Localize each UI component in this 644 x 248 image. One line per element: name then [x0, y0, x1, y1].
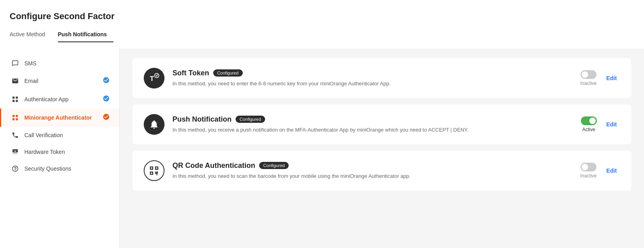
push-notification-desc: In this method, you receive a push notif…	[172, 126, 571, 134]
header: Configure Second Factor Active Method Pu…	[0, 0, 644, 42]
sidebar-item-miniorange-authenticator[interactable]: Miniorange Authenticator	[0, 108, 119, 127]
qr-code-toggle-container: Inactive	[580, 163, 596, 179]
content-area: SMS Email Authenticator App	[0, 49, 644, 248]
sidebar-item-email[interactable]: Email	[0, 72, 119, 90]
page-container: Configure Second Factor Active Method Pu…	[0, 0, 644, 248]
soft-token-desc: In this method, you need to enter the 6-…	[172, 80, 571, 88]
push-notification-status-label: Active	[582, 127, 595, 132]
soft-token-toggle-container: Inactive	[580, 70, 596, 86]
sidebar-label-authenticator-app: Authenticator App	[24, 96, 69, 102]
sidebar-item-authenticator-app[interactable]: Authenticator App	[0, 90, 119, 108]
soft-token-toggle[interactable]	[581, 70, 596, 79]
sidebar: SMS Email Authenticator App	[0, 49, 120, 248]
qr-code-badge: Configured	[259, 162, 289, 169]
sidebar-label-call-verification: Call Verification	[24, 132, 63, 138]
push-notification-toggle[interactable]	[581, 116, 597, 125]
qr-code-name: QR Code Authentication	[172, 161, 255, 170]
push-notification-card: Push Notification Configured In this met…	[133, 104, 631, 144]
soft-token-status-label: Inactive	[580, 81, 596, 86]
push-notification-icon	[144, 114, 164, 135]
qr-code-status-label: Inactive	[580, 173, 596, 179]
qr-code-edit-button[interactable]: Edit	[603, 167, 620, 174]
authenticator-app-check-icon	[103, 95, 110, 104]
qr-code-slider	[581, 163, 596, 171]
tabs-container: Active Method Push Notifications	[10, 29, 634, 42]
soft-token-card: T Soft Token Configured In this method, …	[133, 58, 631, 98]
soft-token-info: Soft Token Configured In this method, yo…	[172, 69, 571, 88]
hardware-icon	[11, 148, 20, 155]
sidebar-item-security-questions[interactable]: Security Questions	[0, 160, 119, 177]
sidebar-label-hardware-token: Hardware Token	[24, 149, 65, 155]
soft-token-edit-button[interactable]: Edit	[603, 75, 620, 81]
sidebar-label-miniorange-authenticator: Miniorange Authenticator	[24, 114, 92, 121]
main-content: T Soft Token Configured In this method, …	[120, 49, 644, 248]
sidebar-item-sms[interactable]: SMS	[0, 55, 119, 72]
sidebar-label-sms: SMS	[24, 60, 36, 67]
soft-token-name: Soft Token	[172, 69, 209, 77]
miniorange-check-icon	[103, 113, 110, 122]
chat-icon	[11, 60, 20, 67]
email-check-icon	[103, 77, 110, 85]
page-title: Configure Second Factor	[10, 11, 634, 22]
push-notification-title-row: Push Notification Configured	[172, 115, 571, 124]
qr-code-card: QR Code Authentication Configured In thi…	[133, 151, 631, 191]
push-notification-info: Push Notification Configured In this met…	[172, 115, 571, 134]
push-notification-name: Push Notification	[172, 115, 232, 124]
phone-icon	[11, 132, 20, 139]
soft-token-badge: Configured	[213, 69, 243, 77]
tab-active-method[interactable]: Active Method	[10, 29, 52, 42]
qr-code-controls: Inactive Edit	[580, 163, 620, 179]
push-notification-controls: Active Edit	[581, 116, 620, 132]
grid-orange-icon	[11, 114, 20, 121]
push-notification-toggle-container: Active	[581, 116, 597, 132]
sidebar-label-security-questions: Security Questions	[24, 165, 71, 172]
soft-token-title-row: Soft Token Configured	[172, 69, 571, 77]
tab-push-notifications[interactable]: Push Notifications	[58, 29, 113, 42]
sidebar-item-hardware-token[interactable]: Hardware Token	[0, 144, 119, 160]
grid-icon	[11, 96, 20, 103]
push-notification-badge: Configured	[236, 116, 265, 123]
svg-text:T: T	[150, 75, 154, 83]
sidebar-item-call-verification[interactable]: Call Verification	[0, 127, 119, 144]
qr-code-toggle[interactable]	[581, 163, 596, 171]
email-icon	[11, 77, 20, 85]
soft-token-icon: T	[144, 68, 164, 89]
sidebar-label-email: Email	[24, 78, 38, 84]
push-notification-slider	[581, 116, 597, 125]
soft-token-controls: Inactive Edit	[580, 70, 620, 86]
qr-code-icon	[144, 160, 164, 181]
soft-token-slider	[581, 70, 596, 79]
question-icon	[11, 165, 20, 172]
qr-code-title-row: QR Code Authentication Configured	[172, 161, 571, 170]
push-notification-edit-button[interactable]: Edit	[603, 121, 620, 128]
qr-code-desc: In this method, you need to scan the bar…	[172, 172, 571, 180]
qr-code-info: QR Code Authentication Configured In thi…	[172, 161, 571, 180]
